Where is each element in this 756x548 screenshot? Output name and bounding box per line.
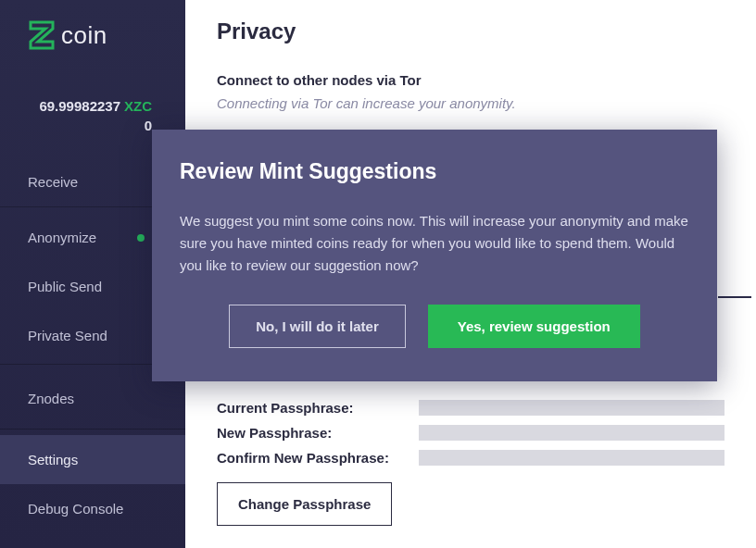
input-new-passphrase[interactable] (419, 425, 724, 441)
modal-actions: No, I will do it later Yes, review sugge… (180, 305, 689, 348)
sidebar-item-label: Anonymize (28, 230, 96, 245)
brand-name: coin (61, 21, 107, 50)
sidebar-item-debug-console[interactable]: Debug Console (0, 484, 185, 533)
modal-confirm-button[interactable]: Yes, review suggestion (428, 305, 640, 348)
mint-suggestion-modal: Review Mint Suggestions We suggest you m… (152, 130, 717, 381)
row-current-passphrase: Current Passphrase: (217, 400, 724, 416)
label-new-passphrase: New Passphrase: (217, 425, 419, 441)
change-passphrase-button[interactable]: Change Passphrase (217, 482, 392, 526)
row-new-passphrase: New Passphrase: (217, 425, 724, 441)
balance-amount: 69.99982237 (39, 98, 120, 114)
label-confirm-passphrase: Confirm New Passphrase: (217, 450, 419, 466)
page-title: Privacy (217, 19, 724, 44)
balance-secondary: 0 (19, 118, 152, 133)
input-confirm-passphrase[interactable] (419, 450, 724, 466)
section-divider (718, 296, 751, 298)
modal-title: Review Mint Suggestions (180, 159, 689, 184)
row-confirm-passphrase: Confirm New Passphrase: (217, 450, 724, 466)
sidebar-item-settings[interactable]: Settings (0, 435, 185, 484)
tor-heading: Connect to other nodes via Tor (217, 72, 724, 88)
brand-logo: coin (0, 0, 185, 61)
label-current-passphrase: Current Passphrase: (217, 400, 419, 416)
balance-ticker: XZC (124, 98, 152, 114)
modal-dismiss-button[interactable]: No, I will do it later (229, 305, 406, 348)
balance-primary: 69.99982237XZC (19, 98, 152, 114)
status-dot-icon (137, 234, 145, 242)
modal-body: We suggest you mint some coins now. This… (180, 210, 689, 277)
zcoin-logo-icon (28, 19, 56, 52)
passphrase-section: Current Passphrase: New Passphrase: Conf… (217, 400, 724, 526)
input-current-passphrase[interactable] (419, 400, 724, 416)
app-window: coin 69.99982237XZC 0 Receive Anonymize … (0, 0, 756, 548)
tor-description: Connecting via Tor can increase your ano… (217, 95, 724, 111)
